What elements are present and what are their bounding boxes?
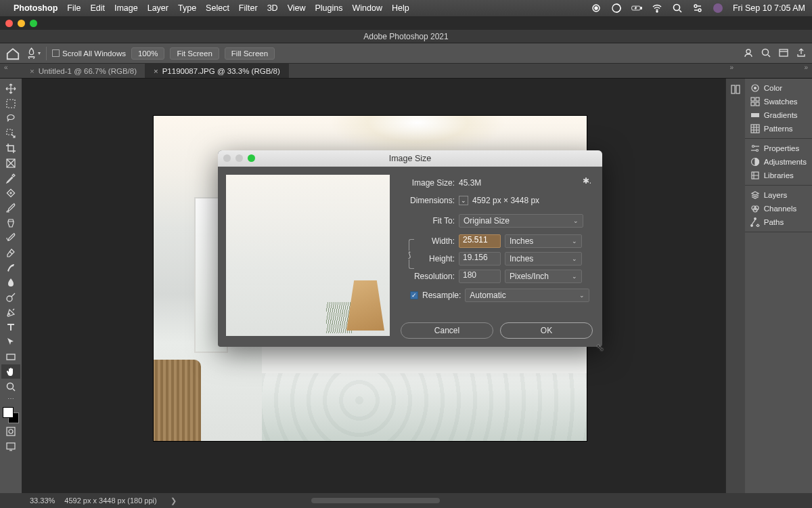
- dialog-titlebar[interactable]: Image Size: [218, 150, 602, 167]
- rectangle-tool[interactable]: [1, 350, 20, 364]
- menu-view[interactable]: View: [288, 3, 306, 13]
- menu-type[interactable]: Type: [178, 3, 196, 13]
- crop-tool[interactable]: [1, 141, 20, 155]
- panel-properties[interactable]: Properties: [745, 142, 812, 155]
- fit-screen-button[interactable]: Fit Screen: [170, 47, 219, 60]
- menu-window[interactable]: Window: [353, 3, 382, 13]
- menu-3d[interactable]: 3D: [267, 3, 278, 13]
- history-brush-tool[interactable]: [1, 230, 20, 245]
- eyedropper-tool[interactable]: [1, 171, 20, 185]
- menu-layer[interactable]: Layer: [148, 3, 168, 13]
- app-menu[interactable]: Photoshop: [14, 3, 58, 13]
- gradient-tool[interactable]: [1, 260, 20, 274]
- document-tab[interactable]: ×P1190087.JPG @ 33.3% (RGB/8): [145, 64, 289, 78]
- zoom-tool[interactable]: [1, 379, 20, 394]
- panel-layers[interactable]: Layers: [745, 188, 812, 202]
- close-tab-icon[interactable]: ×: [154, 67, 158, 75]
- home-button[interactable]: [5, 46, 20, 61]
- dimensions-unit-toggle[interactable]: ⌄: [459, 196, 468, 205]
- eraser-tool[interactable]: [1, 245, 20, 259]
- healing-brush-tool[interactable]: [1, 186, 20, 200]
- panel-color[interactable]: Color: [745, 81, 812, 95]
- blur-tool[interactable]: [1, 275, 20, 289]
- status-controlcenter-icon[interactable]: [692, 3, 703, 14]
- dialog-preview[interactable]: [226, 175, 390, 336]
- horizontal-scrollbar[interactable]: [311, 498, 440, 503]
- menu-edit[interactable]: Edit: [90, 3, 105, 13]
- height-input[interactable]: 19.156: [459, 252, 501, 266]
- collapse-panels-right-icon[interactable]: »: [729, 64, 734, 71]
- menu-plugins[interactable]: Plugins: [315, 3, 343, 13]
- status-record-icon[interactable]: [591, 3, 602, 14]
- panel-icon[interactable]: [730, 84, 741, 98]
- brush-tool[interactable]: [1, 200, 20, 215]
- cloud-docs-icon[interactable]: [743, 47, 754, 60]
- clone-stamp-tool[interactable]: [1, 215, 20, 230]
- ok-button[interactable]: OK: [500, 322, 593, 339]
- menu-image[interactable]: Image: [114, 3, 138, 13]
- search-icon[interactable]: [761, 47, 771, 60]
- collapse-panels-far-icon[interactable]: »: [804, 64, 808, 71]
- dialog-close-button[interactable]: [223, 154, 231, 162]
- screen-mode-toggle[interactable]: [1, 439, 20, 453]
- zoom-100-button[interactable]: 100%: [131, 47, 164, 60]
- status-zoom[interactable]: 33.33%: [30, 496, 55, 505]
- menubar-clock[interactable]: Fri Sep 10 7:05 AM: [733, 3, 805, 13]
- edit-toolbar-icon[interactable]: ⋯: [1, 394, 20, 402]
- resample-checkbox[interactable]: ✓: [410, 291, 418, 299]
- resample-method-select[interactable]: Automatic⌄: [465, 289, 589, 302]
- close-tab-icon[interactable]: ×: [30, 67, 35, 75]
- share-icon[interactable]: [796, 47, 807, 60]
- height-unit-select[interactable]: Inches⌄: [505, 252, 582, 266]
- status-user-icon[interactable]: [713, 3, 723, 14]
- fill-screen-button[interactable]: Fill Screen: [225, 47, 275, 60]
- panel-libraries[interactable]: Libraries: [745, 169, 812, 182]
- window-minimize-button[interactable]: [18, 20, 25, 27]
- panel-dock: Color Swatches Gradients Patterns Proper…: [725, 79, 812, 493]
- marquee-tool[interactable]: [1, 96, 20, 110]
- resolution-unit-select[interactable]: Pixels/Inch⌄: [505, 270, 582, 283]
- scroll-all-windows-checkbox[interactable]: Scroll All Windows: [52, 49, 126, 58]
- move-tool[interactable]: [1, 81, 20, 96]
- dodge-tool[interactable]: [1, 290, 20, 304]
- collapse-tabwell-icon[interactable]: «: [4, 64, 8, 71]
- panel-channels[interactable]: Channels: [745, 202, 812, 215]
- window-zoom-button[interactable]: [30, 20, 37, 27]
- fit-to-select[interactable]: Original Size⌄: [459, 214, 583, 228]
- dialog-settings-icon[interactable]: ✱.: [583, 176, 591, 186]
- status-doc-dims[interactable]: 4592 px x 3448 px (180 ppi): [64, 496, 156, 505]
- quick-select-tool[interactable]: [1, 126, 20, 140]
- lasso-tool[interactable]: [1, 111, 20, 125]
- color-swatches[interactable]: [3, 407, 19, 423]
- resolution-input[interactable]: 180: [459, 270, 501, 283]
- width-unit-select[interactable]: Inches⌄: [505, 234, 582, 248]
- width-input[interactable]: 25.511: [459, 234, 501, 248]
- panel-paths[interactable]: Paths: [745, 215, 812, 229]
- current-tool-icon[interactable]: ▾: [26, 46, 41, 61]
- constrain-proportions-toggle[interactable]: ⟆: [405, 237, 418, 271]
- window-close-button[interactable]: [5, 20, 13, 27]
- status-spotlight-icon[interactable]: [672, 3, 683, 14]
- panel-swatches[interactable]: Swatches: [745, 95, 812, 108]
- document-tab[interactable]: ×Untitled-1 @ 66.7% (RGB/8): [22, 64, 145, 78]
- menu-filter[interactable]: Filter: [239, 3, 258, 13]
- menu-select[interactable]: Select: [206, 3, 229, 13]
- workspace-switcher-icon[interactable]: [778, 47, 789, 60]
- panel-adjustments[interactable]: Adjustments: [745, 155, 812, 169]
- panel-patterns[interactable]: Patterns: [745, 122, 812, 135]
- menu-file[interactable]: File: [67, 3, 81, 13]
- hand-tool[interactable]: [1, 364, 20, 379]
- frame-tool[interactable]: [1, 156, 20, 170]
- status-battery-icon[interactable]: [631, 3, 642, 14]
- menu-help[interactable]: Help: [392, 3, 409, 13]
- dialog-zoom-button[interactable]: [248, 154, 255, 162]
- pen-tool[interactable]: [1, 305, 20, 319]
- status-menu-chevron-icon[interactable]: ❯: [171, 496, 177, 505]
- type-tool[interactable]: [1, 320, 20, 334]
- path-select-tool[interactable]: [1, 335, 20, 349]
- status-cc-icon[interactable]: [611, 3, 622, 14]
- quick-mask-toggle[interactable]: [1, 424, 20, 438]
- panel-gradients[interactable]: Gradients: [745, 108, 812, 122]
- status-wifi-icon[interactable]: [652, 3, 662, 14]
- cancel-button[interactable]: Cancel: [401, 322, 493, 339]
